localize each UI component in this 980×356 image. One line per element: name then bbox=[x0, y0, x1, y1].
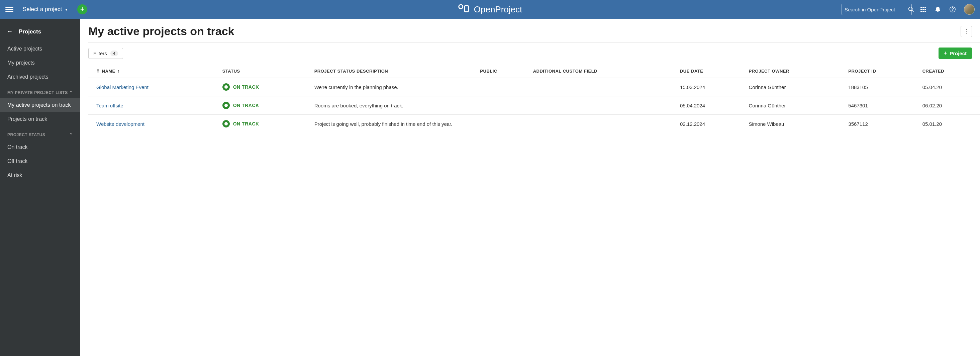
sidebar-item[interactable]: At risk bbox=[0, 168, 80, 182]
sidebar-title: Projects bbox=[19, 29, 41, 35]
due-date-cell: 02.12.2024 bbox=[675, 115, 744, 133]
table-row: Website developmentON TRACKProject is go… bbox=[88, 115, 980, 133]
svg-rect-1 bbox=[465, 6, 469, 12]
page-title: My active projects on track bbox=[88, 25, 234, 38]
toolbar: Filters 4 + Project bbox=[88, 43, 980, 59]
kebab-icon: ⋮ bbox=[963, 28, 969, 35]
public-cell bbox=[475, 78, 528, 96]
column-header[interactable]: ⠿NAME↑ bbox=[88, 64, 218, 78]
project-id-cell: 5467301 bbox=[843, 96, 918, 115]
help-icon[interactable] bbox=[949, 6, 956, 13]
project-selector[interactable]: Select a project ▼ bbox=[23, 6, 68, 13]
project-link[interactable]: Team offsite bbox=[96, 103, 123, 109]
owner-cell: Corinna Günther bbox=[744, 96, 844, 115]
sidebar-item[interactable]: Active projects bbox=[0, 42, 80, 56]
status-badge: ON TRACK bbox=[223, 102, 305, 109]
notifications-bell-icon[interactable] bbox=[934, 6, 941, 13]
sidebar-item[interactable]: On track bbox=[0, 140, 80, 154]
svg-rect-6 bbox=[924, 7, 926, 8]
public-cell bbox=[475, 115, 528, 133]
topbar: Select a project ▼ + OpenProject bbox=[0, 0, 980, 19]
more-actions-button[interactable]: ⋮ bbox=[961, 26, 972, 37]
created-cell: 05.04.20 bbox=[918, 78, 980, 96]
svg-rect-7 bbox=[921, 9, 922, 10]
search-box[interactable] bbox=[842, 4, 912, 15]
svg-line-3 bbox=[912, 10, 914, 12]
status-dot-icon bbox=[223, 83, 230, 91]
chevron-up-icon: ⌃ bbox=[69, 90, 73, 95]
custom-field-cell bbox=[528, 115, 675, 133]
sidebar-item[interactable]: Off track bbox=[0, 154, 80, 168]
column-header[interactable]: PROJECT STATUS DESCRIPTION bbox=[310, 64, 476, 78]
created-cell: 06.02.20 bbox=[918, 96, 980, 115]
hamburger-menu-icon[interactable] bbox=[5, 5, 13, 13]
sidebar-item[interactable]: Archived projects bbox=[0, 70, 80, 84]
new-project-button[interactable]: + Project bbox=[939, 48, 972, 59]
back-arrow-icon[interactable]: ← bbox=[7, 28, 13, 35]
modules-grid-icon[interactable] bbox=[920, 6, 926, 13]
plus-icon: + bbox=[80, 5, 84, 14]
topbar-right bbox=[842, 4, 975, 15]
sidebar-item[interactable]: Projects on track bbox=[0, 112, 80, 126]
status-badge: ON TRACK bbox=[223, 120, 305, 128]
search-icon[interactable] bbox=[908, 6, 914, 13]
svg-rect-11 bbox=[923, 11, 924, 12]
filters-count-badge: 4 bbox=[110, 51, 118, 56]
created-cell: 05.01.20 bbox=[918, 115, 980, 133]
sort-asc-icon: ↑ bbox=[118, 68, 120, 73]
custom-field-cell bbox=[528, 96, 675, 115]
column-header[interactable]: CREATED bbox=[918, 64, 980, 78]
new-project-label: Project bbox=[950, 51, 967, 56]
sidebar-section-status[interactable]: PROJECT STATUS ⌃ bbox=[0, 126, 80, 140]
project-selector-label: Select a project bbox=[23, 6, 62, 13]
svg-rect-5 bbox=[923, 7, 924, 8]
column-header[interactable]: ADDITIONAL CUSTOM FIELD bbox=[528, 64, 675, 78]
due-date-cell: 05.04.2024 bbox=[675, 96, 744, 115]
column-header[interactable]: PUBLIC bbox=[475, 64, 528, 78]
search-input[interactable] bbox=[845, 7, 908, 13]
plus-icon: + bbox=[944, 50, 947, 56]
table-row: Global Marketing EventON TRACKWe're curr… bbox=[88, 78, 980, 96]
column-header[interactable]: PROJECT ID bbox=[843, 64, 918, 78]
custom-field-cell bbox=[528, 78, 675, 96]
sidebar-item[interactable]: My projects bbox=[0, 56, 80, 70]
table-row: Team offsiteON TRACKRooms are booked, ev… bbox=[88, 96, 980, 115]
add-button[interactable]: + bbox=[77, 4, 87, 14]
sidebar-section-private[interactable]: MY PRIVATE PROJECT LISTS ⌃ bbox=[0, 84, 80, 98]
sidebar-section-label: PROJECT STATUS bbox=[7, 133, 45, 137]
avatar[interactable] bbox=[964, 4, 975, 15]
owner-cell: Simone Wibeau bbox=[744, 115, 844, 133]
project-link[interactable]: Global Marketing Event bbox=[96, 84, 148, 90]
chevron-up-icon: ⌃ bbox=[69, 132, 73, 137]
status-description: We're currently in the planning phase. bbox=[310, 78, 476, 96]
sidebar-section-label: MY PRIVATE PROJECT LISTS bbox=[7, 90, 68, 95]
projects-table-wrap: ⠿NAME↑STATUSPROJECT STATUS DESCRIPTIONPU… bbox=[88, 64, 980, 133]
status-dot-icon bbox=[223, 120, 230, 128]
owner-cell: Corinna Günther bbox=[744, 78, 844, 96]
svg-rect-12 bbox=[924, 11, 926, 12]
project-id-cell: 1883105 bbox=[843, 78, 918, 96]
svg-point-14 bbox=[952, 11, 953, 11]
project-link[interactable]: Website development bbox=[96, 121, 145, 127]
caret-down-icon: ▼ bbox=[65, 8, 68, 11]
column-header[interactable]: PROJECT OWNER bbox=[744, 64, 844, 78]
svg-point-2 bbox=[909, 7, 912, 11]
status-dot-icon bbox=[223, 102, 230, 109]
sidebar-item[interactable]: My active projects on track bbox=[0, 98, 80, 112]
due-date-cell: 15.03.2024 bbox=[675, 78, 744, 96]
sidebar: ← Projects Active projectsMy projectsArc… bbox=[0, 19, 80, 356]
filters-button[interactable]: Filters 4 bbox=[88, 48, 123, 59]
column-header[interactable]: STATUS bbox=[218, 64, 310, 78]
svg-rect-4 bbox=[921, 7, 922, 8]
openproject-logo-icon bbox=[458, 4, 470, 15]
public-cell bbox=[475, 96, 528, 115]
column-header[interactable]: DUE DATE bbox=[675, 64, 744, 78]
sidebar-header: ← Projects bbox=[0, 26, 80, 42]
status-badge: ON TRACK bbox=[223, 83, 305, 91]
drag-grip-icon: ⠿ bbox=[96, 69, 100, 73]
svg-rect-8 bbox=[923, 9, 924, 10]
svg-rect-9 bbox=[924, 9, 926, 10]
project-id-cell: 3567112 bbox=[843, 115, 918, 133]
main-header: My active projects on track ⋮ bbox=[88, 25, 980, 38]
projects-table: ⠿NAME↑STATUSPROJECT STATUS DESCRIPTIONPU… bbox=[88, 64, 980, 133]
